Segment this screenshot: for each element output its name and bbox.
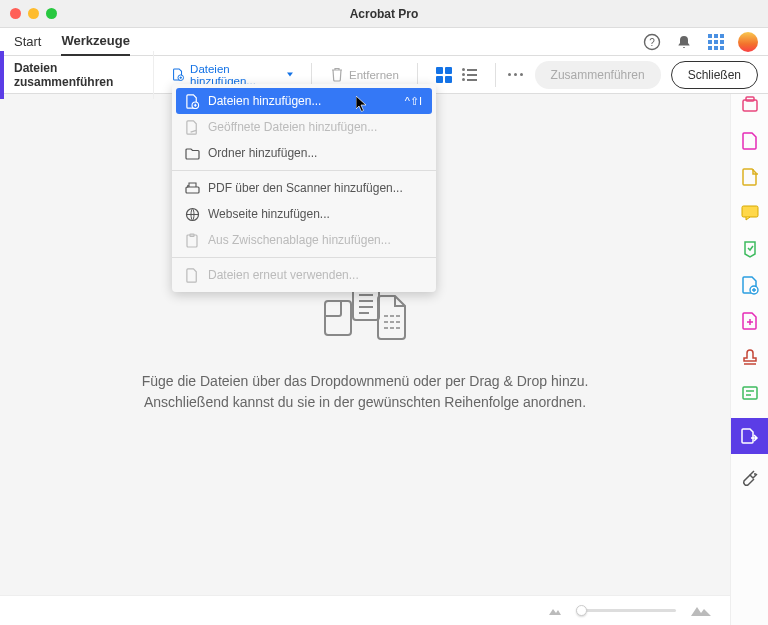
menu-item-label: Geöffnete Dateien hinzufügen...	[208, 120, 377, 134]
window-title: Acrobat Pro	[350, 7, 419, 21]
list-view-button[interactable]	[462, 68, 477, 81]
thumbnail-large-icon[interactable]	[690, 601, 712, 621]
file-open-icon	[184, 119, 200, 135]
thumbnail-small-icon[interactable]	[548, 602, 562, 620]
right-tools-panel	[730, 84, 768, 625]
svg-rect-12	[742, 206, 758, 217]
separator	[495, 63, 496, 87]
menu-item-label: Dateien erneut verwenden...	[208, 268, 359, 282]
close-button[interactable]: Schließen	[671, 61, 758, 89]
placeholder-line2: Anschließend kannst du sie in der gewüns…	[142, 392, 589, 413]
protect-icon[interactable]	[739, 382, 761, 404]
export-pdf-icon[interactable]	[739, 130, 761, 152]
add-files-dropdown-menu: Dateien hinzufügen... ^⇧I Geöffnete Date…	[172, 84, 436, 292]
menu-open-files: Geöffnete Dateien hinzufügen...	[172, 114, 436, 140]
separator	[311, 63, 312, 87]
more-options-button[interactable]	[508, 73, 523, 76]
add-page-icon[interactable]	[739, 310, 761, 332]
user-avatar[interactable]	[738, 32, 758, 52]
menu-add-folder[interactable]: Ordner hinzufügen...	[172, 140, 436, 166]
svg-rect-8	[325, 301, 351, 335]
menu-website[interactable]: Webseite hinzufügen...	[172, 201, 436, 227]
remove-label: Entfernen	[349, 69, 399, 81]
menu-item-label: Aus Zwischenablage hinzufügen...	[208, 233, 391, 247]
svg-text:?: ?	[649, 36, 655, 47]
add-files-label: Dateien hinzufügen...	[190, 63, 282, 87]
placeholder-text: Füge die Dateien über das Dropdownmenü o…	[142, 371, 589, 413]
menu-shortcut: ^⇧I	[405, 95, 422, 108]
menu-item-label: Dateien hinzufügen...	[208, 94, 321, 108]
menu-separator	[172, 257, 436, 258]
menu-item-label: Ordner hinzufügen...	[208, 146, 317, 160]
placeholder-line1: Füge die Dateien über das Dropdownmenü o…	[142, 371, 589, 392]
zoom-slider-thumb[interactable]	[576, 605, 587, 616]
file-plus-icon	[184, 93, 200, 109]
zoom-slider[interactable]	[576, 609, 676, 612]
apps-grid-icon[interactable]	[706, 32, 726, 52]
minimize-window-button[interactable]	[28, 8, 39, 19]
folder-icon	[184, 145, 200, 161]
bottom-bar	[0, 595, 730, 625]
help-icon[interactable]: ?	[642, 32, 662, 52]
menu-separator	[172, 170, 436, 171]
titlebar: Acrobat Pro	[0, 0, 768, 28]
svg-rect-11	[746, 97, 754, 101]
stamp-icon[interactable]	[739, 346, 761, 368]
svg-rect-14	[743, 387, 757, 399]
svg-rect-4	[186, 187, 199, 193]
combine-files-tool-active[interactable]	[731, 418, 769, 454]
svg-point-15	[754, 473, 756, 475]
file-refresh-icon	[184, 267, 200, 283]
separator	[417, 63, 418, 87]
menu-item-label: Webseite hinzufügen...	[208, 207, 330, 221]
close-window-button[interactable]	[10, 8, 21, 19]
menu-add-files[interactable]: Dateien hinzufügen... ^⇧I	[176, 88, 432, 114]
bell-icon[interactable]	[674, 32, 694, 52]
sign-icon[interactable]	[739, 238, 761, 260]
remove-button: Entfernen	[324, 63, 405, 86]
tool-title: Dateien zusammenführen	[0, 51, 154, 99]
scanner-icon	[184, 180, 200, 196]
menu-reuse-files: Dateien erneut verwenden...	[172, 262, 436, 288]
globe-icon	[184, 206, 200, 222]
menu-clipboard: Aus Zwischenablage hinzufügen...	[172, 227, 436, 253]
edit-pdf-icon[interactable]	[739, 166, 761, 188]
settings-icon[interactable]	[739, 468, 761, 490]
menu-scanner[interactable]: PDF über den Scanner hinzufügen...	[172, 175, 436, 201]
organize-icon[interactable]	[739, 274, 761, 296]
menu-item-label: PDF über den Scanner hinzufügen...	[208, 181, 403, 195]
comment-icon[interactable]	[739, 202, 761, 224]
grid-view-button[interactable]	[436, 67, 452, 83]
maximize-window-button[interactable]	[46, 8, 57, 19]
clipboard-icon	[184, 232, 200, 248]
create-pdf-icon[interactable]	[739, 94, 761, 116]
merge-button: Zusammenführen	[535, 61, 661, 89]
